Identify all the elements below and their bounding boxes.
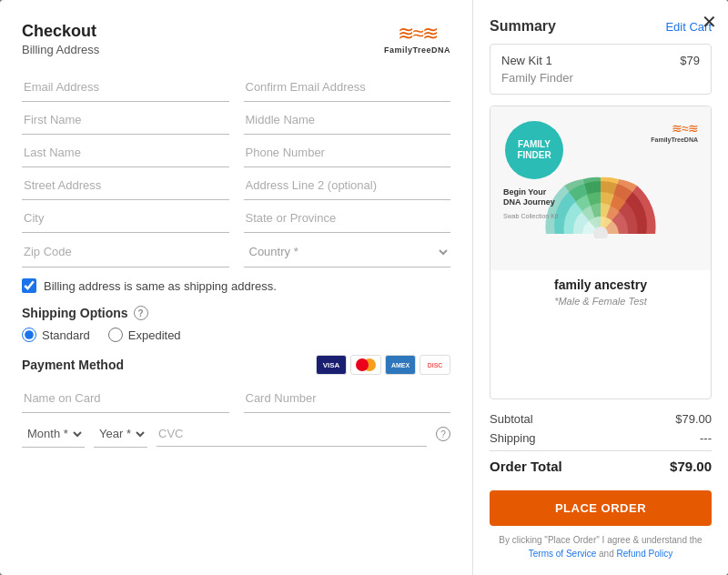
- card-details-row: Month * Year * ?: [22, 420, 450, 448]
- street-input[interactable]: [22, 171, 229, 200]
- shipping-radio-row: Standard Expedited: [22, 328, 450, 342]
- month-select[interactable]: Month *: [22, 420, 85, 448]
- state-input[interactable]: [244, 204, 451, 233]
- billing-address-label: Billing Address: [22, 43, 99, 56]
- middle-name-input[interactable]: [244, 106, 451, 135]
- email-input[interactable]: [22, 73, 229, 102]
- cvc-help-icon[interactable]: ?: [436, 427, 450, 441]
- card-name-number-row: [22, 384, 450, 413]
- expedited-option[interactable]: Expedited: [108, 328, 181, 342]
- standard-radio[interactable]: [22, 328, 36, 342]
- shipping-help-icon[interactable]: ?: [134, 306, 148, 320]
- checkout-modal: ✕ Checkout Billing Address ≋≈≋ FamilyTre…: [0, 0, 728, 575]
- summary-item-type-row: Family Finder: [501, 71, 700, 85]
- expedited-label: Expedited: [128, 328, 181, 342]
- product-sublabel: *Male & Female Test: [490, 296, 711, 316]
- order-total-row: Order Total $79.00: [490, 450, 712, 474]
- totals-section: Subtotal $79.00 Shipping --- Order Total…: [490, 412, 712, 479]
- summary-header: Summary Edit Cart: [490, 18, 712, 35]
- shipping-label: Shipping: [490, 431, 536, 445]
- payment-header: Payment Method VISA AMEX DISC: [22, 355, 450, 375]
- visa-icon: VISA: [316, 355, 347, 375]
- refund-link[interactable]: Refund Policy: [617, 549, 673, 559]
- ftdna-logo-text: FamilyTreeDNA: [384, 45, 450, 55]
- item-price: $79: [680, 54, 700, 67]
- confirm-email-input[interactable]: [244, 73, 451, 102]
- name-row: [22, 106, 450, 135]
- email-row: [22, 73, 450, 102]
- city-state-row: [22, 204, 450, 233]
- legal-text: By clicking "Place Order" I agree & unde…: [490, 533, 712, 560]
- order-summary-box: New Kit 1 $79 Family Finder: [490, 44, 712, 95]
- shipping-row: Shipping ---: [490, 431, 712, 445]
- summary-panel: Summary Edit Cart New Kit 1 $79 Family F…: [473, 0, 728, 575]
- last-name-input[interactable]: [22, 138, 229, 167]
- first-name-input[interactable]: [22, 106, 229, 135]
- shipping-value: ---: [700, 431, 712, 445]
- item-name: New Kit 1: [501, 54, 552, 67]
- and-text: and: [599, 549, 614, 559]
- product-name: family ancestry: [490, 270, 711, 296]
- subtotal-row: Subtotal $79.00: [490, 412, 712, 426]
- address-row: [22, 171, 450, 200]
- begin-text: Begin Your DNA Journey: [503, 187, 555, 208]
- standard-label: Standard: [42, 328, 90, 342]
- legal-text-content: By clicking "Place Order" I agree & unde…: [499, 535, 702, 545]
- zip-country-row: Country *: [22, 237, 450, 267]
- city-input[interactable]: [22, 204, 229, 233]
- product-card: FAMILYFINDER Begin Your DNA Journey Swab…: [490, 106, 712, 399]
- ftdna-logo-icon: ≋≈≋: [398, 22, 436, 45]
- card-icons: VISA AMEX DISC: [316, 355, 450, 375]
- dna-fan-svg: [541, 175, 660, 238]
- close-button[interactable]: ✕: [702, 11, 717, 33]
- address2-input[interactable]: [244, 171, 451, 200]
- last-phone-row: [22, 138, 450, 167]
- billing-same-checkbox[interactable]: [22, 278, 36, 293]
- kit-text: Swab Collection Kit: [503, 213, 558, 219]
- year-select[interactable]: Year *: [94, 420, 147, 448]
- product-image-area: FAMILYFINDER Begin Your DNA Journey Swab…: [490, 106, 711, 270]
- family-finder-badge: FAMILYFINDER: [505, 121, 563, 179]
- shipping-options-section: Shipping Options ?: [22, 306, 450, 320]
- phone-input[interactable]: [244, 138, 451, 167]
- subtotal-label: Subtotal: [490, 412, 533, 426]
- discover-icon: DISC: [420, 355, 450, 375]
- item-type: Family Finder: [501, 71, 573, 85]
- order-total-label: Order Total: [490, 459, 562, 474]
- mastercard-icon: [350, 355, 381, 375]
- amex-icon: AMEX: [385, 355, 416, 375]
- name-on-card-input[interactable]: [22, 384, 229, 413]
- cvc-input[interactable]: [157, 421, 427, 447]
- shipping-options-label: Shipping Options: [22, 306, 128, 320]
- summary-item-row: New Kit 1 $79: [501, 54, 700, 67]
- billing-same-label: Billing address is same as shipping addr…: [44, 279, 277, 293]
- billing-panel: Checkout Billing Address ≋≈≋ FamilyTreeD…: [0, 0, 473, 575]
- billing-same-row: Billing address is same as shipping addr…: [22, 278, 450, 293]
- zip-input[interactable]: [22, 237, 229, 267]
- country-select[interactable]: Country *: [244, 237, 451, 267]
- standard-option[interactable]: Standard: [22, 328, 90, 342]
- payment-method-label: Payment Method: [22, 358, 124, 372]
- card-number-input[interactable]: [244, 384, 451, 413]
- order-total-value: $79.00: [670, 459, 712, 474]
- subtotal-value: $79.00: [675, 412, 712, 426]
- checkout-title: Checkout: [22, 22, 99, 41]
- summary-title: Summary: [490, 18, 556, 35]
- product-ftdna-logo: ≋≈≋ FamilyTreeDNA: [651, 121, 698, 143]
- tos-link[interactable]: Terms of Service: [529, 549, 596, 559]
- place-order-button[interactable]: PLACE ORDER: [490, 490, 712, 526]
- expedited-radio[interactable]: [108, 328, 123, 342]
